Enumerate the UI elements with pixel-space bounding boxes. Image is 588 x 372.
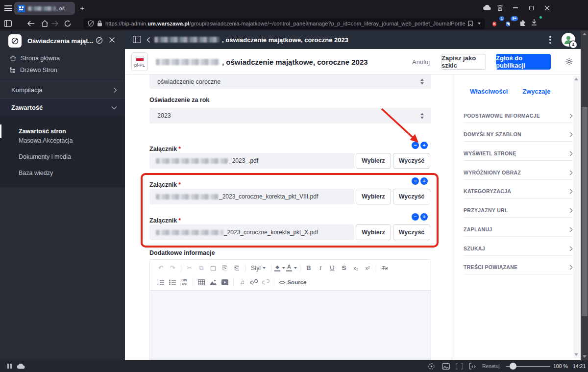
add-field-button[interactable]: + bbox=[420, 213, 428, 221]
clear-file-button[interactable]: Wyczyść bbox=[393, 153, 430, 169]
back-chevron-icon[interactable] bbox=[147, 37, 150, 43]
sidebar-item-page-tree[interactable]: Drzewo Stron bbox=[0, 64, 125, 76]
table-icon[interactable] bbox=[196, 277, 207, 288]
reload-button[interactable] bbox=[63, 19, 72, 28]
sidebar-section-zawartosc[interactable]: Zawartość bbox=[0, 99, 125, 116]
paste-icon[interactable]: ▢ bbox=[207, 263, 219, 273]
tracking-shield-icon[interactable] bbox=[88, 20, 94, 27]
shield-extension-icon[interactable]: ◥9+ bbox=[506, 19, 515, 27]
address-bar[interactable]: https://bip-admin.um.warszawa.pl/group/o… bbox=[83, 18, 485, 29]
lock-icon[interactable] bbox=[97, 20, 102, 26]
adblock-extension-icon[interactable]: ✕1 bbox=[492, 19, 501, 27]
undo-icon[interactable]: ↶ bbox=[155, 263, 167, 273]
panel-toggle-icon[interactable] bbox=[133, 36, 141, 43]
user-avatar[interactable] bbox=[562, 33, 575, 47]
subscript-icon[interactable]: x₂ bbox=[350, 263, 362, 273]
settings-gear-icon[interactable] bbox=[565, 57, 573, 66]
submit-publish-button[interactable]: Zgłoś do publikacji bbox=[496, 54, 551, 70]
sidebar-toggle-icon[interactable] bbox=[3, 19, 12, 28]
section-basic-info[interactable]: PODSTAWOWE INFORMACJE bbox=[464, 104, 573, 123]
back-button[interactable] bbox=[26, 19, 35, 28]
background-color-icon[interactable]: ◆ bbox=[274, 263, 286, 273]
bookmark-flag-icon[interactable] bbox=[468, 21, 473, 26]
clear-file-button[interactable]: Wyczyść bbox=[393, 224, 430, 240]
strikethrough-icon[interactable]: S bbox=[338, 263, 350, 273]
window-maximize-button[interactable] bbox=[525, 3, 538, 12]
page-scrollbar[interactable] bbox=[581, 30, 588, 360]
paste-plain-text-icon[interactable]: ⎘ bbox=[219, 263, 231, 273]
locale-selector[interactable]: pl-PL bbox=[131, 52, 148, 71]
window-minimize-button[interactable] bbox=[509, 3, 522, 12]
cut-icon[interactable]: ✂ bbox=[184, 263, 196, 273]
section-friendly-url[interactable]: PRZYJAZNY URL bbox=[464, 198, 573, 218]
kebab-menu-icon[interactable] bbox=[549, 36, 551, 44]
remove-field-button[interactable]: − bbox=[412, 213, 419, 221]
add-field-button[interactable]: + bbox=[420, 177, 428, 185]
sidebar-close-icon[interactable] bbox=[109, 37, 115, 43]
tab-properties[interactable]: Właściwości bbox=[470, 88, 508, 95]
style-dropdown[interactable]: Styl bbox=[248, 265, 269, 272]
div-container-icon[interactable]: DIV</> bbox=[178, 277, 190, 288]
tab-customs[interactable]: Zwyczaje bbox=[522, 88, 550, 95]
bold-icon[interactable]: B bbox=[303, 263, 315, 273]
choose-file-button[interactable]: Wybierz bbox=[356, 189, 391, 204]
attachment-filename-field[interactable]: _2023_.pdf bbox=[149, 153, 354, 169]
audio-icon[interactable]: ♫ bbox=[236, 277, 248, 288]
text-color-icon[interactable]: A bbox=[286, 263, 297, 273]
tab-list-menu-icon[interactable] bbox=[4, 5, 12, 11]
downloads-icon[interactable] bbox=[531, 19, 539, 27]
panel-scrollbar[interactable] bbox=[573, 76, 580, 358]
image-tool-icon[interactable] bbox=[441, 362, 450, 370]
numbered-list-icon[interactable]: 12 bbox=[155, 277, 167, 288]
section-search[interactable]: SZUKAJ bbox=[464, 237, 573, 256]
section-featured-image[interactable]: WYRÓŻNIONY OBRAZ bbox=[464, 161, 573, 180]
save-draft-button[interactable]: Zapisz jako szkic bbox=[441, 54, 486, 70]
choose-file-button[interactable]: Wybierz bbox=[356, 224, 391, 240]
image-icon[interactable] bbox=[207, 277, 219, 288]
remove-field-button[interactable]: − bbox=[412, 142, 419, 149]
unlink-icon[interactable] bbox=[260, 277, 271, 288]
window-close-button[interactable] bbox=[540, 3, 553, 12]
cloud-sync-icon[interactable] bbox=[481, 3, 493, 12]
sidebar-item-home[interactable]: Strona główna bbox=[0, 52, 125, 64]
extensions-puzzle-icon[interactable] bbox=[519, 19, 528, 27]
section-display-page[interactable]: WYŚWIETL STRONĘ bbox=[464, 142, 573, 161]
zoom-slider-knob[interactable] bbox=[510, 363, 516, 370]
scrollbar-thumb[interactable] bbox=[582, 107, 588, 316]
section-schedule[interactable]: ZAPLANUJ bbox=[464, 218, 573, 237]
paste-from-word-icon[interactable]: ⎗ bbox=[231, 263, 243, 273]
forward-button[interactable] bbox=[50, 19, 59, 28]
superscript-icon[interactable]: x² bbox=[362, 263, 373, 273]
underline-icon[interactable]: U bbox=[326, 263, 338, 273]
video-icon[interactable] bbox=[219, 277, 231, 288]
code-view-icon[interactable] bbox=[468, 362, 477, 370]
scroll-down-arrow-icon[interactable] bbox=[583, 355, 587, 358]
sidebar-section-kompilacja[interactable]: Kompilacja bbox=[0, 81, 125, 99]
reset-zoom-button[interactable]: Resetuj bbox=[482, 363, 500, 369]
scroll-up-arrow-icon[interactable] bbox=[583, 33, 587, 35]
compass-icon[interactable] bbox=[96, 37, 103, 44]
screenshot-target-icon[interactable] bbox=[427, 362, 436, 370]
sidebar-item-mass-approval[interactable]: Masowa Akceptacja bbox=[0, 132, 125, 149]
urlbar-dropdown-icon[interactable] bbox=[478, 23, 481, 25]
bulleted-list-icon[interactable] bbox=[167, 277, 178, 288]
section-default-template[interactable]: DOMYŚLNY SZABLON bbox=[464, 123, 573, 142]
clear-file-button[interactable]: Wyczyść bbox=[393, 189, 430, 204]
attachment-filename-field[interactable]: _2023_coroczne_korekta_pkt_VIII.pdf bbox=[149, 189, 354, 204]
section-related-content[interactable]: TREŚCI POWIĄZANE bbox=[464, 256, 573, 275]
statement-type-select[interactable]: oświadczenie coroczne bbox=[149, 74, 431, 89]
cloud-status-icon[interactable] bbox=[17, 362, 25, 370]
pause-icon[interactable] bbox=[7, 364, 12, 369]
link-icon[interactable] bbox=[248, 277, 260, 288]
attachment-filename-field[interactable]: _2023_coroczne_korekta_pkt_X.pdf bbox=[149, 224, 354, 240]
richtext-editor-content[interactable] bbox=[149, 291, 431, 360]
copy-icon[interactable]: ⧉ bbox=[196, 263, 207, 273]
source-button[interactable]: <>Source bbox=[277, 279, 308, 285]
remove-field-button[interactable]: − bbox=[412, 177, 419, 185]
profile-avatar[interactable] bbox=[542, 19, 551, 27]
new-tab-button[interactable]: + bbox=[76, 2, 88, 14]
cancel-button[interactable]: Anuluj bbox=[412, 49, 430, 74]
home-button[interactable] bbox=[40, 19, 49, 28]
add-field-button[interactable]: + bbox=[420, 142, 428, 149]
selection-brackets-icon[interactable] bbox=[455, 362, 464, 370]
